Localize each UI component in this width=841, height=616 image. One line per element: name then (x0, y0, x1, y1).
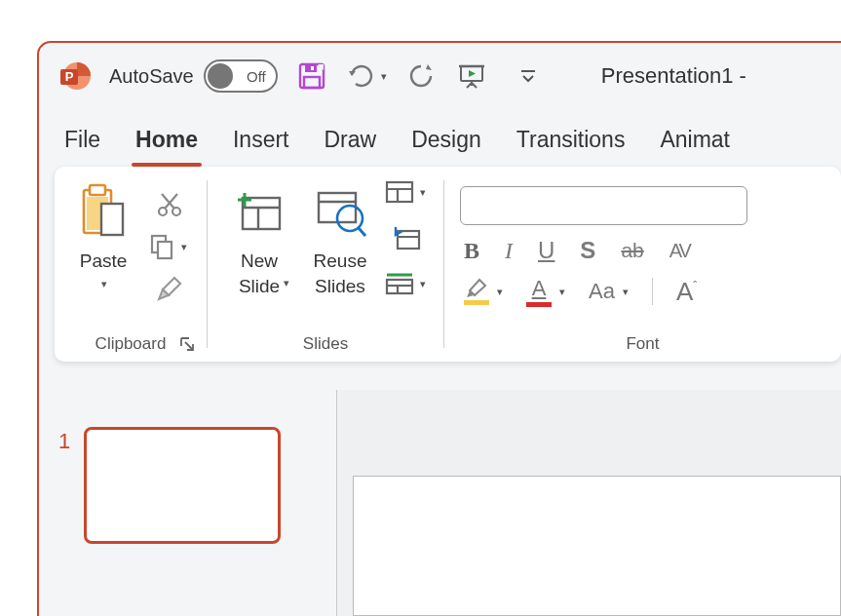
tab-design[interactable]: Design (407, 117, 485, 167)
tab-draw[interactable]: Draw (321, 117, 381, 167)
grow-font-button[interactable]: Aˆ (676, 277, 697, 307)
autosave-label: AutoSave (109, 65, 194, 88)
reset-button[interactable] (385, 217, 428, 258)
highlight-color-button[interactable]: ▾ (464, 278, 503, 305)
svg-rect-13 (101, 204, 123, 235)
svg-text:P: P (65, 69, 74, 84)
app-window: P AutoSave Off ▾ (37, 41, 841, 616)
italic-button[interactable]: I (505, 238, 513, 264)
copy-button[interactable]: ▾ (148, 233, 191, 260)
autosave-toggle[interactable]: Off (204, 59, 278, 93)
font-family-select[interactable] (460, 186, 747, 225)
bold-button[interactable]: B (464, 238, 479, 264)
ribbon-group-font: B I U S ab AV (444, 167, 841, 362)
present-icon (457, 61, 486, 91)
clipboard-group-label: Clipboard (70, 328, 191, 356)
slide-number: 1 (58, 429, 70, 454)
ribbon-group-clipboard: Paste ▾ (55, 167, 207, 362)
separator (652, 278, 653, 305)
clipboard-launcher[interactable] (179, 336, 199, 356)
ribbon-group-slides: New Slide ▾ Reuse Slides (208, 167, 443, 362)
save-button[interactable] (295, 59, 328, 93)
powerpoint-app-icon: P (58, 59, 92, 93)
chevron-down-icon (519, 67, 537, 85)
format-painter-button[interactable] (148, 268, 191, 309)
launcher-icon (179, 336, 195, 352)
present-button[interactable] (455, 59, 488, 93)
paste-label: Paste (80, 249, 128, 274)
ribbon-tabs: File Home Insert Draw Design Transitions… (39, 109, 841, 167)
chevron-down-icon: ▾ (101, 278, 107, 290)
undo-icon (346, 62, 373, 90)
ribbon: Paste ▾ (55, 167, 841, 362)
tab-file[interactable]: File (60, 117, 104, 167)
svg-rect-5 (304, 77, 320, 88)
layout-icon (385, 180, 414, 204)
chevron-down-icon: ▾ (497, 286, 503, 298)
tab-insert[interactable]: Insert (229, 117, 293, 167)
chevron-down-icon: ▾ (284, 277, 289, 289)
character-spacing-button[interactable]: AV (669, 240, 690, 262)
section-icon (385, 272, 414, 295)
thumbnail-row[interactable]: 1 (58, 427, 317, 544)
highlight-color-bar (464, 300, 489, 305)
text-shadow-button[interactable]: S (580, 237, 595, 264)
reuse-slides-label: Reuse Slides (314, 249, 367, 298)
layout-button[interactable]: ▾ (385, 180, 428, 204)
svg-rect-32 (398, 231, 419, 249)
svg-rect-19 (158, 242, 172, 258)
cut-button[interactable] (148, 184, 191, 225)
reset-icon (392, 225, 421, 250)
autosave-toggle-group[interactable]: AutoSave Off (109, 59, 278, 93)
slide-thumbnail-pane[interactable]: 1 (39, 390, 337, 616)
new-slide-icon (232, 182, 287, 243)
chevron-down-icon: ▾ (381, 70, 387, 83)
tab-transitions[interactable]: Transitions (513, 117, 630, 167)
svg-rect-11 (90, 185, 105, 195)
paintbrush-icon (155, 274, 184, 303)
section-button[interactable]: ▾ (385, 272, 428, 295)
svg-rect-29 (387, 182, 412, 202)
svg-rect-20 (243, 198, 280, 229)
strikethrough-button[interactable]: ab (621, 239, 643, 262)
slide-canvas[interactable] (353, 476, 841, 616)
customize-qat-button[interactable] (512, 59, 545, 93)
grow-font-label: A (676, 277, 693, 306)
titlebar: P AutoSave Off ▾ (39, 43, 841, 109)
reuse-slides-button[interactable]: Reuse Slides (307, 178, 373, 298)
svg-line-28 (359, 228, 365, 236)
autosave-state: Off (247, 68, 266, 85)
redo-button[interactable] (404, 59, 438, 93)
paste-button[interactable]: Paste ▾ (70, 178, 136, 290)
slide-editor-area[interactable] (337, 390, 841, 616)
svg-point-27 (337, 206, 363, 231)
redo-icon (407, 62, 435, 90)
paste-icon (76, 182, 131, 243)
font-color-bar (526, 302, 552, 307)
scissors-icon (156, 191, 183, 218)
undo-split-button[interactable]: ▾ (346, 62, 387, 90)
change-case-button[interactable]: Aa ▾ (589, 279, 629, 304)
chevron-down-icon: ▾ (623, 286, 629, 298)
reuse-slides-icon (313, 182, 367, 243)
spacing-label: AV (669, 240, 690, 261)
font-color-button[interactable]: A ▾ (526, 276, 565, 307)
new-slide-button[interactable]: New Slide ▾ (223, 178, 295, 289)
workspace: 1 (39, 390, 841, 616)
slide-thumbnail-1[interactable] (84, 427, 281, 544)
chevron-down-icon: ▾ (559, 286, 565, 298)
font-color-glyph: A (532, 276, 547, 301)
tab-home[interactable]: Home (132, 117, 202, 167)
chevron-down-icon: ▾ (420, 278, 426, 290)
toggle-knob (208, 63, 233, 89)
tab-animations[interactable]: Animat (656, 117, 734, 167)
document-title: Presentation1 - (601, 63, 746, 89)
copy-icon (148, 233, 175, 260)
chevron-down-icon: ▾ (181, 241, 187, 253)
change-case-label: Aa (589, 279, 615, 304)
underline-button[interactable]: U (538, 237, 554, 264)
slides-group-label: Slides (223, 328, 428, 356)
font-group-label: Font (460, 328, 825, 356)
new-slide-label: New Slide (239, 249, 280, 298)
svg-rect-6 (311, 66, 314, 70)
